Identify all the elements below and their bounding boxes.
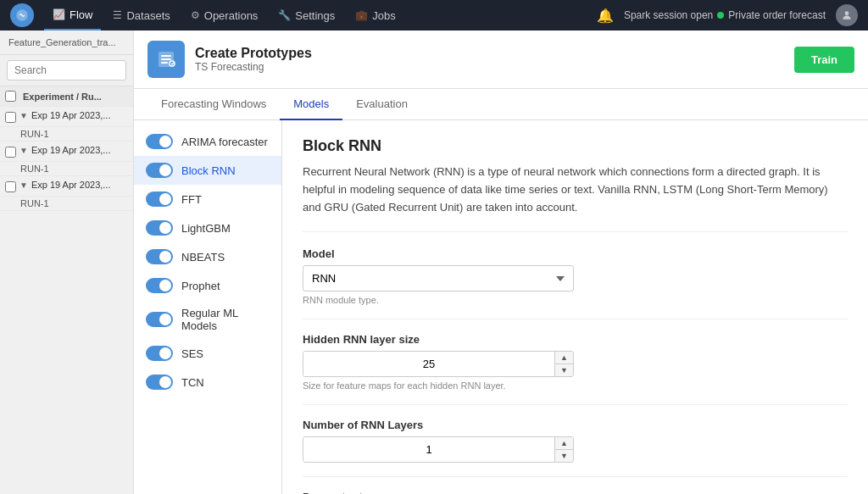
model-select[interactable]: RNN LSTM GRU: [303, 265, 574, 291]
main-layout: Feature_Generation_tra... Experiment / R…: [0, 31, 868, 494]
user-avatar[interactable]: [836, 4, 858, 26]
spinner-buttons-layers: ▲ ▼: [554, 437, 573, 462]
model-item-prophet[interactable]: Prophet: [134, 271, 281, 300]
models-sidebar: ARIMA forecaster Block RNN FFT LightGBM …: [134, 120, 282, 494]
model-item-ses[interactable]: SES: [134, 339, 281, 368]
train-button[interactable]: Train: [794, 47, 854, 73]
model-item-fft[interactable]: FFT: [134, 185, 281, 214]
model-label-arima: ARIMA forecaster: [181, 136, 268, 148]
page-subtitle: TS Forecasting: [195, 61, 312, 73]
model-detail-description: Recurrent Neural Network (RNN) is a type…: [303, 164, 848, 232]
experiment-row[interactable]: ▼ Exp 19 Apr 2023,...: [0, 176, 133, 197]
select-all-checkbox[interactable]: [5, 91, 16, 102]
field-model-hint: RNN module type.: [303, 295, 848, 305]
experiment-list: ▼ Exp 19 Apr 2023,... RUN-1 ▼ Exp 19 Apr…: [0, 107, 133, 494]
content-area: Create Prototypes TS Forecasting Train F…: [134, 31, 868, 494]
two-panel: ARIMA forecaster Block RNN FFT LightGBM …: [134, 120, 868, 494]
exp3-label: Exp 19 Apr 2023,...: [31, 180, 111, 190]
toggle-ses[interactable]: [146, 346, 173, 361]
content-header-icon: [147, 41, 185, 78]
exp2-checkbox[interactable]: [5, 147, 16, 158]
toggle-block-rnn[interactable]: [146, 163, 173, 178]
model-label-ses: SES: [181, 347, 203, 360]
jobs-icon: 💼: [355, 9, 368, 21]
content-header-text: Create Prototypes TS Forecasting: [195, 46, 312, 73]
model-label-fft: FFT: [181, 193, 202, 206]
tab-models[interactable]: Models: [280, 89, 342, 120]
spark-status-dot: [717, 12, 724, 19]
model-label-block-rnn: Block RNN: [181, 164, 236, 177]
model-label-tcn: TCN: [181, 376, 204, 389]
section-divider: [303, 476, 848, 477]
exp2-label: Exp 19 Apr 2023,...: [31, 145, 111, 155]
hidden-rnn-size-input[interactable]: [303, 352, 554, 376]
toggle-tcn[interactable]: [146, 375, 173, 390]
toggle-regular-ml[interactable]: [146, 312, 173, 327]
layers-spinner-down-button[interactable]: ▼: [555, 450, 573, 462]
nav-item-jobs[interactable]: 💼 Jobs: [347, 0, 403, 31]
detail-panel: Block RNN Recurrent Neural Network (RNN)…: [282, 120, 868, 494]
top-navigation: 📈 Flow ☰ Datasets ⚙ Operations 🔧 Setting…: [0, 0, 868, 31]
datasets-icon: ☰: [113, 9, 122, 21]
exp1-label: Exp 19 Apr 2023,...: [31, 110, 111, 120]
toggle-prophet[interactable]: [146, 278, 173, 293]
experiment-list-header: Experiment / Ru...: [0, 86, 133, 107]
model-label-prophet: Prophet: [181, 280, 220, 292]
model-item-regular-ml[interactable]: Regular ML Models: [134, 300, 281, 339]
content-header: Create Prototypes TS Forecasting Train: [134, 31, 868, 89]
exp3-checkbox[interactable]: [5, 181, 16, 192]
chevron-down-icon: ▼: [19, 111, 28, 120]
num-rnn-layers-input[interactable]: [303, 437, 554, 462]
nav-item-settings[interactable]: 🔧 Settings: [270, 0, 343, 31]
operations-icon: ⚙: [191, 9, 200, 21]
field-dropout-rate-label: Dropout rate: [303, 491, 848, 494]
flow-icon: 📈: [53, 8, 65, 20]
tab-evaluation[interactable]: Evaluation: [342, 89, 421, 120]
experiment-row[interactable]: ▼ Exp 19 Apr 2023,...: [0, 107, 133, 127]
exp1-run[interactable]: RUN-1: [0, 127, 133, 142]
section-divider: [303, 319, 848, 319]
search-input[interactable]: [7, 60, 126, 80]
exp1-checkbox[interactable]: [5, 112, 16, 123]
exp2-run[interactable]: RUN-1: [0, 162, 133, 176]
nav-item-operations[interactable]: ⚙ Operations: [182, 0, 267, 31]
spinner-up-button[interactable]: ▲: [555, 352, 573, 364]
toggle-lightgbm[interactable]: [146, 220, 173, 236]
model-item-nbeats[interactable]: NBEATS: [134, 242, 281, 271]
model-detail-title: Block RNN: [303, 137, 848, 155]
model-item-lightgbm[interactable]: LightGBM: [134, 214, 281, 242]
field-model-label: Model: [303, 247, 848, 260]
spark-status: Spark session open Private order forecas…: [624, 9, 826, 21]
tab-forecasting-windows[interactable]: Forecasting Windows: [147, 89, 280, 120]
toggle-nbeats[interactable]: [146, 249, 173, 264]
field-hidden-rnn-size-label: Hidden RNN layer size: [303, 333, 848, 346]
search-bar: [0, 55, 133, 86]
num-rnn-layers-spinner: ▲ ▼: [303, 436, 574, 463]
spinner-down-button[interactable]: ▼: [555, 364, 573, 376]
settings-icon: 🔧: [278, 9, 291, 21]
svg-point-1: [845, 11, 849, 15]
nav-item-flow[interactable]: 📈 Flow: [44, 0, 101, 31]
page-title: Create Prototypes: [195, 46, 312, 61]
model-item-arima[interactable]: ARIMA forecaster: [134, 127, 281, 156]
chevron-down-icon: ▼: [19, 146, 28, 155]
model-item-block-rnn[interactable]: Block RNN: [134, 156, 281, 185]
left-sidebar: Feature_Generation_tra... Experiment / R…: [0, 31, 134, 494]
app-logo[interactable]: [10, 3, 34, 27]
field-num-rnn-layers: Number of RNN Layers ▲ ▼: [303, 419, 848, 463]
notification-bell-icon[interactable]: 🔔: [597, 8, 614, 24]
model-label-nbeats: NBEATS: [181, 251, 225, 264]
topnav-right: 🔔 Spark session open Private order forec…: [597, 4, 858, 26]
toggle-fft[interactable]: [146, 191, 173, 207]
field-num-rnn-layers-label: Number of RNN Layers: [303, 419, 848, 431]
experiment-row[interactable]: ▼ Exp 19 Apr 2023,...: [0, 142, 133, 162]
exp3-run[interactable]: RUN-1: [0, 197, 133, 211]
spinner-buttons: ▲ ▼: [554, 352, 573, 376]
breadcrumb: Feature_Generation_tra...: [0, 31, 133, 55]
tab-bar: Forecasting Windows Models Evaluation: [134, 89, 868, 120]
model-label-regular-ml: Regular ML Models: [181, 307, 270, 332]
nav-item-datasets[interactable]: ☰ Datasets: [104, 0, 178, 31]
layers-spinner-up-button[interactable]: ▲: [555, 437, 573, 450]
model-item-tcn[interactable]: TCN: [134, 368, 281, 397]
toggle-arima[interactable]: [146, 134, 173, 149]
